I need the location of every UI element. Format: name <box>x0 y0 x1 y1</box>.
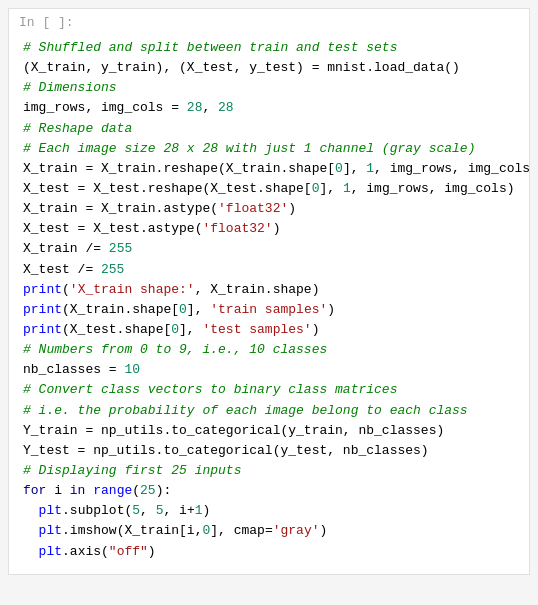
code-block: # Shuffled and split between train and t… <box>9 32 529 574</box>
notebook-cell: In [ ]: # Shuffled and split between tra… <box>8 8 530 575</box>
cell-label: In [ ]: <box>9 9 529 32</box>
